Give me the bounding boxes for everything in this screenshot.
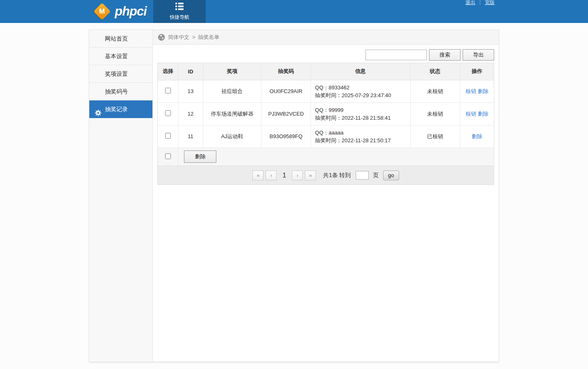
pagination-next-button[interactable]: › <box>292 171 303 180</box>
pagination-first-button[interactable]: « <box>252 171 263 180</box>
logo-badge-letter: M <box>99 7 105 16</box>
bulk-action-row: 删除 <box>158 148 494 166</box>
toolbar: 搜索 导出 <box>157 49 494 61</box>
cell-prize: 停车场道闸破解器 <box>203 102 261 125</box>
info-qq-line: QQ：8933462 <box>315 84 406 91</box>
cell-status: 已核销 <box>410 125 460 148</box>
info-time-line: 抽奖时间：2022-11-28 21:58:41 <box>315 114 406 122</box>
sidebar-item-prize-settings[interactable]: 奖项设置 <box>89 65 152 83</box>
row-checkbox[interactable] <box>165 133 171 139</box>
row-checkbox[interactable] <box>165 88 171 93</box>
info-qq-line: QQ：99999 <box>315 106 406 114</box>
select-all-checkbox[interactable] <box>165 153 171 159</box>
quick-nav-tab[interactable]: 快捷导航 <box>153 0 206 23</box>
sidebar-item-label: 网站首页 <box>105 35 128 42</box>
cell-prize: 祛痘组合 <box>203 80 261 102</box>
cell-actions: 删除 <box>460 125 494 148</box>
sidebar-item-label: 奖项设置 <box>105 71 128 77</box>
menu-list-icon <box>174 2 185 12</box>
logo-text: phpci <box>115 4 147 19</box>
info-time-line: 抽奖时间：2025-07-29 23:47:40 <box>315 91 406 99</box>
cell-code: PJ3WB2VCED <box>261 102 311 125</box>
col-header-code: 抽奖码 <box>261 63 311 80</box>
info-qq-line: QQ：aaaaa <box>315 129 406 137</box>
col-header-info: 信息 <box>311 63 410 80</box>
cell-status: 未核销 <box>410 80 460 102</box>
quick-nav-label: 快捷导航 <box>170 14 189 21</box>
logout-link[interactable]: 退出 <box>461 0 480 5</box>
sidebar: 网站首页 基本设置 奖项设置 抽奖码号 <box>89 30 153 362</box>
logo-diamond-icon: M <box>93 3 111 20</box>
sidebar-item-home[interactable]: 网站首页 <box>89 30 152 48</box>
cell-info: QQ：99999 抽奖时间：2022-11-28 21:58:41 <box>311 102 410 125</box>
col-header-prize: 奖项 <box>203 63 261 80</box>
gear-icon <box>95 106 102 113</box>
cell-id: 11 <box>178 125 203 148</box>
header-top-links: 退出 宽版 <box>461 0 499 5</box>
bulk-actions-cell: 删除 <box>178 148 494 166</box>
pagination-last-button[interactable]: » <box>305 171 316 180</box>
pagination-page-suffix: 页 <box>373 172 379 179</box>
app-header: M phpci 快捷导航 退出 宽版 <box>0 0 588 23</box>
delete-link[interactable]: 删除 <box>478 111 488 117</box>
export-button[interactable]: 导出 <box>463 49 494 61</box>
col-header-select: 选择 <box>158 63 178 80</box>
cell-actions: 核销删除 <box>460 80 494 102</box>
delete-link[interactable]: 删除 <box>472 133 482 139</box>
sidebar-item-label: 抽奖记录 <box>105 106 128 112</box>
globe-icon <box>158 34 165 41</box>
breadcrumb-current-page: 抽奖名单 <box>198 34 220 41</box>
goto-page-input[interactable] <box>356 171 369 180</box>
search-button[interactable]: 搜索 <box>429 49 461 61</box>
sidebar-item-label: 抽奖码号 <box>105 88 128 95</box>
breadcrumb: 简体中文 > 抽奖名单 <box>153 30 499 45</box>
table-row: 13 祛痘组合 OU0FC29AIR QQ：8933462 抽奖时间：2025-… <box>158 80 494 102</box>
table-row: 11 AJ运动鞋 B93O9589FQ QQ：aaaaa 抽奖时间：2022-1… <box>158 125 494 148</box>
cell-actions: 核销删除 <box>460 102 494 125</box>
page-container: 网站首页 基本设置 奖项设置 抽奖码号 <box>89 30 499 362</box>
search-input[interactable] <box>366 50 427 60</box>
sidebar-item-label: 基本设置 <box>105 53 128 59</box>
sidebar-item-lottery-codes[interactable]: 抽奖码号 <box>89 83 152 100</box>
cell-code: B93O9589FQ <box>261 125 311 148</box>
verify-link[interactable]: 核销 <box>465 111 476 117</box>
cell-code: OU0FC29AIR <box>261 80 311 102</box>
col-header-actions: 操作 <box>460 63 494 80</box>
cell-info: QQ：8933462 抽奖时间：2025-07-29 23:47:40 <box>311 80 410 102</box>
table-header-row: 选择 ID 奖项 抽奖码 信息 状态 操作 <box>158 63 494 80</box>
breadcrumb-separator: > <box>192 34 195 40</box>
info-time-line: 抽奖时间：2022-11-28 21:50:17 <box>315 137 406 144</box>
table-row: 12 停车场道闸破解器 PJ3WB2VCED QQ：99999 抽奖时间：202… <box>158 102 494 125</box>
main-panel: 简体中文 > 抽奖名单 搜索 导出 选择 <box>153 30 499 362</box>
cell-info: QQ：aaaaa 抽奖时间：2022-11-28 21:50:17 <box>311 125 410 148</box>
pagination-current-page: 1 <box>282 172 286 179</box>
sidebar-item-basic-settings[interactable]: 基本设置 <box>89 48 152 65</box>
go-button[interactable]: go <box>383 171 399 180</box>
row-checkbox[interactable] <box>165 110 171 116</box>
records-table-box: 选择 ID 奖项 抽奖码 信息 状态 操作 13 <box>157 63 494 185</box>
delete-link[interactable]: 删除 <box>478 88 488 94</box>
app-logo: M phpci <box>93 3 147 20</box>
pagination-total-text: 共1条 转到 <box>323 172 351 179</box>
wide-mode-link[interactable]: 宽版 <box>480 0 499 5</box>
verify-link[interactable]: 核销 <box>465 88 476 94</box>
sidebar-item-lottery-records[interactable]: 抽奖记录 <box>89 100 152 118</box>
cell-id: 12 <box>178 102 203 125</box>
content-area: 搜索 导出 选择 ID 奖项 抽奖码 信息 <box>153 45 499 189</box>
pagination-bar: « ‹ 1 › » 共1条 转到 页 go <box>158 166 494 184</box>
cell-id: 13 <box>178 80 203 102</box>
col-header-status: 状态 <box>410 63 460 80</box>
cell-prize: AJ运动鞋 <box>203 125 261 148</box>
cell-status: 未核销 <box>410 102 460 125</box>
pagination-prev-button[interactable]: ‹ <box>266 171 277 180</box>
col-header-id: ID <box>178 63 203 80</box>
records-table: 选择 ID 奖项 抽奖码 信息 状态 操作 13 <box>158 63 494 166</box>
breadcrumb-language[interactable]: 简体中文 <box>168 34 189 41</box>
bulk-delete-button[interactable]: 删除 <box>184 150 216 163</box>
